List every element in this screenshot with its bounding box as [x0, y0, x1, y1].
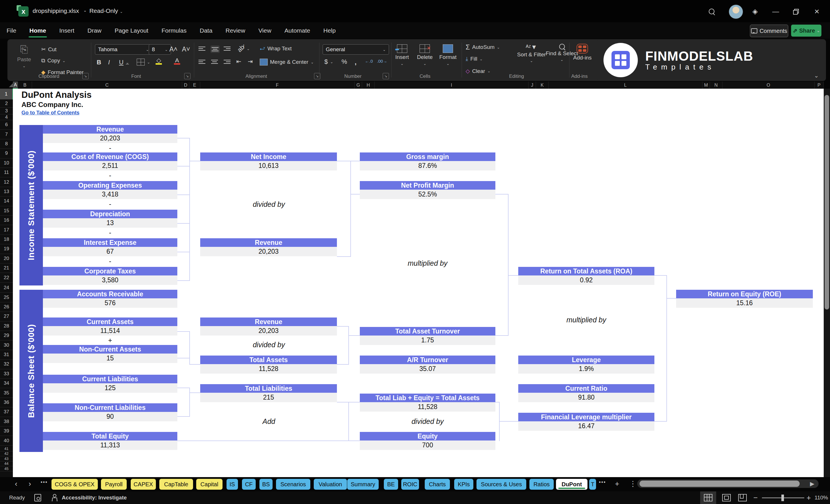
column-header-E[interactable]: E [189, 82, 200, 89]
row-header-44[interactable]: 44 [0, 461, 13, 467]
row-header-38[interactable]: 38 [0, 417, 13, 427]
row-header-40[interactable]: 40 [0, 436, 13, 445]
row-header-4[interactable]: 4 [0, 115, 13, 120]
zoom-out-button[interactable]: − [753, 492, 758, 504]
grow-font-button[interactable]: A˄ [169, 45, 178, 53]
decrease-decimal-button[interactable]: .00→ [377, 59, 387, 63]
minimize-icon[interactable]: — [770, 6, 781, 17]
column-header-M[interactable]: M [702, 82, 710, 89]
clipboard-dialog-launcher[interactable]: ↘ [83, 73, 89, 79]
clear-button[interactable]: ◇Clear⌄ [466, 68, 490, 74]
row-header-12[interactable]: 12 [0, 177, 13, 187]
column-header-I[interactable]: I [375, 82, 529, 89]
row-header-6[interactable]: 6 [0, 120, 13, 130]
sheet-tab-payroll[interactable]: Payroll [101, 479, 127, 490]
menu-tab-review[interactable]: Review [219, 22, 252, 39]
column-header-B[interactable]: B [18, 82, 32, 89]
chevron-down-icon[interactable]: ⌄ [120, 9, 123, 14]
align-center-button[interactable] [211, 59, 218, 65]
horizontal-scrollbar-thumb[interactable] [640, 480, 800, 487]
comments-button[interactable]: Comments [750, 25, 788, 37]
row-header-30[interactable]: 30 [0, 340, 13, 350]
column-header-P[interactable]: P [815, 82, 824, 89]
fill-button[interactable]: ⤓Fill⌄ [466, 56, 483, 62]
menu-tab-draw[interactable]: Draw [81, 22, 108, 39]
number-format-select[interactable]: General⌄ [323, 44, 389, 55]
normal-view-button[interactable] [700, 492, 716, 504]
autosum-button[interactable]: ΣAutoSum⌄ [466, 43, 500, 51]
align-bottom-button[interactable] [224, 45, 230, 52]
row-header-15[interactable]: 15 [0, 206, 13, 216]
align-left-button[interactable] [198, 59, 205, 65]
read-only-badge[interactable]: Read-Only [89, 7, 118, 14]
font-dialog-launcher[interactable]: ↘ [184, 73, 190, 79]
menu-tab-insert[interactable]: Insert [53, 22, 81, 39]
paste-button[interactable]: ⎘ Paste⌄ [17, 44, 31, 68]
column-header-D[interactable]: D [182, 82, 189, 89]
row-header-8[interactable]: 8 [0, 139, 13, 149]
row-header-25[interactable]: 25 [0, 293, 13, 302]
page-break-view-button[interactable] [736, 492, 749, 504]
comma-format-button[interactable]: , [355, 58, 357, 66]
sheet-tab-be[interactable]: BE [384, 479, 398, 490]
row-header-17[interactable]: 17 [0, 225, 13, 234]
menu-tab-home[interactable]: Home [23, 22, 53, 39]
row-header-10[interactable]: 10 [0, 158, 13, 168]
orientation-button[interactable]: ab̷⌄ [237, 45, 250, 52]
percent-format-button[interactable]: % [342, 58, 347, 65]
insert-cells-button[interactable]: ⬅Insert⌄ [395, 44, 409, 66]
zoom-in-button[interactable]: + [806, 492, 811, 504]
align-top-button[interactable] [198, 45, 205, 52]
decrease-indent-button[interactable]: ⇤ [236, 58, 242, 65]
add-sheet-button[interactable]: + [615, 479, 619, 488]
font-name-select[interactable]: Tahoma⌄ [95, 44, 152, 55]
row-header-26[interactable]: 26 [0, 302, 13, 312]
row-header-24[interactable]: 24 [0, 283, 13, 293]
menu-tab-view[interactable]: View [252, 22, 278, 39]
underline-button[interactable]: U⌄ [119, 59, 129, 66]
collapse-ribbon-chevron[interactable]: ⌄ [814, 72, 819, 79]
tab-options-icon[interactable]: ⋮ [629, 479, 637, 488]
row-header-45[interactable]: 45 [0, 466, 13, 471]
column-header-G[interactable]: G [355, 82, 362, 89]
menu-tab-formulas[interactable]: Formulas [155, 22, 193, 39]
search-icon[interactable] [706, 6, 717, 17]
share-button[interactable]: ⇗ Share ⌄ [791, 25, 822, 37]
currency-format-button[interactable]: $⌄ [324, 58, 333, 65]
sheet-tab-capital[interactable]: Capital [196, 479, 223, 490]
tab-overflow-icon[interactable]: ••• [599, 479, 606, 485]
sheet-tab-captable[interactable]: CapTable [159, 479, 193, 490]
close-icon[interactable]: × [812, 6, 822, 17]
add-ins-button[interactable]: Add-ins [573, 44, 592, 61]
sheet-tab-dupont[interactable]: DuPont [556, 479, 587, 490]
shrink-font-button[interactable]: A˅ [182, 45, 190, 53]
copy-button[interactable]: ⧉Copy⌄ [41, 58, 65, 64]
row-header-33[interactable]: 33 [0, 369, 13, 379]
restore-icon[interactable] [791, 6, 801, 17]
row-header-18[interactable]: 18 [0, 235, 13, 244]
avatar[interactable] [729, 5, 743, 19]
sheet-tab-bs[interactable]: BS [259, 479, 273, 490]
cut-button[interactable]: ✂Cut [41, 46, 57, 53]
sort-filter-button[interactable]: ᴬᶻ▼Sort & Filter⌄ [517, 44, 546, 63]
row-header-36[interactable]: 36 [0, 398, 13, 407]
increase-indent-button[interactable]: ⇥ [248, 58, 253, 65]
row-header-9[interactable]: 9 [0, 149, 13, 158]
sheet-tab-is[interactable]: IS [226, 479, 238, 490]
align-middle-button[interactable] [211, 45, 220, 53]
scroll-right-arrow[interactable]: ▶ [810, 480, 814, 487]
menu-tab-help[interactable]: Help [317, 22, 342, 39]
format-cells-button[interactable]: Format⌄ [439, 44, 456, 66]
prev-sheet-arrow[interactable]: ‹ [15, 479, 18, 488]
sheet-tab-charts[interactable]: Charts [425, 479, 450, 490]
row-header-39[interactable]: 39 [0, 427, 13, 436]
column-header-L[interactable]: L [549, 82, 702, 89]
row-header-14[interactable]: 14 [0, 196, 13, 206]
menu-tab-data[interactable]: Data [193, 22, 219, 39]
column-header-K[interactable]: K [536, 82, 549, 89]
accessibility-status[interactable]: Accessibility: Investigate [62, 492, 127, 504]
accessibility-icon[interactable] [51, 492, 57, 504]
row-header-1[interactable]: 1 [0, 89, 13, 99]
display-settings-icon[interactable] [34, 492, 41, 504]
font-size-select[interactable]: 8⌄ [149, 44, 171, 55]
